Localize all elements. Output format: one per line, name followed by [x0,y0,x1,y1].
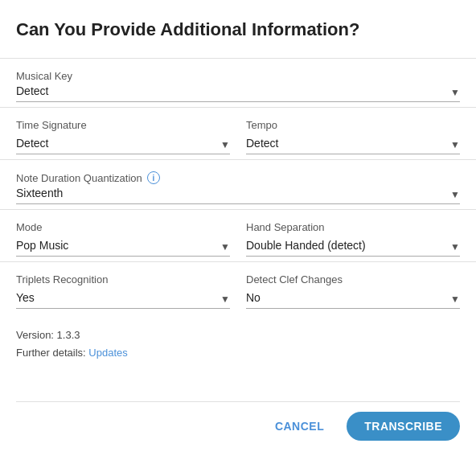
musical-key-section: Musical Key Detect C Major G Major D Maj… [16,59,460,107]
mode-hand-section: Mode Pop Music Classical Jazz ▼ Hand Sep… [16,210,460,261]
note-duration-section: Note Duration Quantization i Sixteenth E… [16,160,460,209]
hand-separation-select[interactable]: Double Handed (detect) Single Hand [246,239,460,252]
dialog-container: Can You Provide Additional Information? … [0,0,476,460]
tempo-wrapper: Detect 60 120 ▼ [246,136,460,154]
cancel-button[interactable]: CANCEL [265,413,334,439]
tempo-select[interactable]: Detect 60 120 [246,137,460,150]
musical-key-wrapper: Detect C Major G Major D Major ▼ [16,84,460,102]
triplets-clef-section: Triplets Recognition Yes No ▼ Detect Cle… [16,262,460,314]
time-signature-select[interactable]: Detect 4/4 3/4 [16,137,230,150]
triplets-group: Triplets Recognition Yes No ▼ [16,273,230,309]
tempo-label: Tempo [246,119,460,131]
time-tempo-section: Time Signature Detect 4/4 3/4 ▼ Tempo [16,108,460,159]
time-signature-label: Time Signature [16,119,230,131]
note-duration-select[interactable]: Sixteenth Eighth Quarter [16,187,460,199]
mode-group: Mode Pop Music Classical Jazz ▼ [16,221,230,257]
note-duration-info-icon[interactable]: i [147,171,160,184]
triplets-clef-row: Triplets Recognition Yes No ▼ Detect Cle… [16,273,460,309]
detect-clef-label: Detect Clef Changes [246,273,460,285]
hand-separation-wrapper: Double Handed (detect) Single Hand ▼ [246,238,460,257]
hand-separation-group: Hand Separation Double Handed (detect) S… [246,221,460,257]
time-tempo-row: Time Signature Detect 4/4 3/4 ▼ Tempo [16,119,460,154]
musical-key-select[interactable]: Detect C Major G Major D Major [16,84,460,97]
note-duration-label: Note Duration Quantization i [16,171,460,184]
further-details: Further details: Updates [16,344,460,362]
version-section: Version: 1.3.3 Further details: Updates [16,314,460,368]
detect-clef-select[interactable]: No Yes [246,291,460,304]
dialog-title: Can You Provide Additional Information? [16,19,460,40]
mode-select[interactable]: Pop Music Classical Jazz [16,239,230,252]
musical-key-label: Musical Key [16,70,460,82]
transcribe-button[interactable]: TRANSCRIBE [347,412,460,441]
note-duration-wrapper: Sixteenth Eighth Quarter ▼ [16,186,460,204]
detect-clef-wrapper: No Yes ▼ [246,290,460,309]
footer: CANCEL TRANSCRIBE [16,401,460,444]
triplets-label: Triplets Recognition [16,273,230,285]
time-signature-group: Time Signature Detect 4/4 3/4 ▼ [16,119,230,154]
tempo-group: Tempo Detect 60 120 ▼ [246,119,460,154]
detect-clef-group: Detect Clef Changes No Yes ▼ [246,273,460,309]
triplets-select[interactable]: Yes No [16,291,230,304]
version-text: Version: 1.3.3 [16,327,460,344]
hand-separation-label: Hand Separation [246,221,460,233]
mode-hand-row: Mode Pop Music Classical Jazz ▼ Hand Sep… [16,221,460,257]
time-signature-wrapper: Detect 4/4 3/4 ▼ [16,136,230,154]
mode-label: Mode [16,221,230,233]
mode-wrapper: Pop Music Classical Jazz ▼ [16,238,230,257]
triplets-wrapper: Yes No ▼ [16,290,230,309]
updates-link[interactable]: Updates [88,347,127,359]
